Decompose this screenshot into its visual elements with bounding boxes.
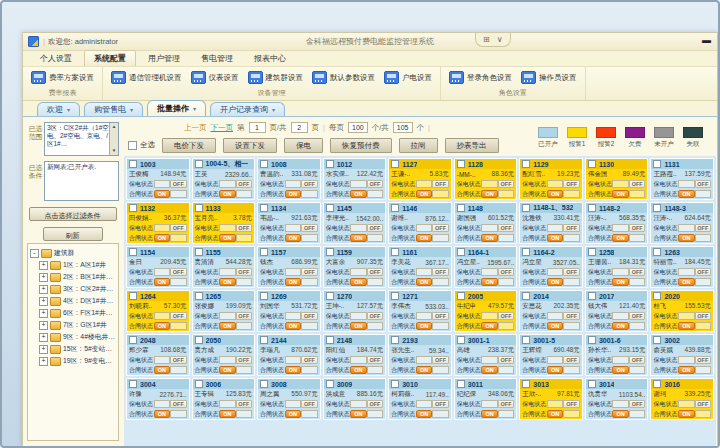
baodian-off-button[interactable]: OFF [432,180,449,188]
hezha-toggle[interactable]: ON [678,322,711,330]
hezha-on-button[interactable]: ON [678,366,695,374]
hezha-toggle[interactable]: ON [285,366,318,374]
hezha-on-button[interactable]: ON [678,278,695,286]
hezha-toggle[interactable]: ON [416,410,449,418]
hezha-toggle[interactable]: ON [678,190,711,198]
hezha-toggle[interactable]: ON [350,234,383,242]
ribbon-button[interactable]: 通信管理机设置 [108,70,185,85]
restore-icon[interactable]: ⊞ [483,35,490,44]
meter-checkbox[interactable] [195,380,203,388]
baodian-off-button[interactable]: OFF [563,400,580,408]
selected-range-listbox[interactable]: 3区：C区2#井（1#空电、2#空电、京电、/区1#… ▲ ▼ [44,122,119,156]
hezha-on-button[interactable]: ON [612,234,629,242]
hezha-on-button[interactable]: ON [547,366,564,374]
baodian-toggle[interactable]: OFF [285,180,318,188]
baodian-toggle[interactable]: OFF [678,224,711,232]
baodian-toggle[interactable]: OFF [481,312,514,320]
hezha-on-button[interactable]: ON [285,410,302,418]
hezha-on-button[interactable]: ON [350,278,367,286]
hezha-toggle[interactable]: ON [154,278,187,286]
menu-item-0[interactable]: 个人设置 [31,51,81,66]
hezha-toggle[interactable]: ON [481,366,514,374]
hezha-toggle[interactable]: ON [612,322,645,330]
baodian-off-button[interactable]: OFF [170,224,187,232]
hezha-on-button[interactable]: ON [547,190,564,198]
hezha-toggle[interactable]: ON [678,234,711,242]
tab-1[interactable]: 购管售电▾ [84,102,143,116]
scroll-down-icon[interactable]: ▼ [112,148,116,154]
meter-checkbox[interactable] [522,248,530,256]
baodian-toggle[interactable]: OFF [219,180,252,188]
baodian-toggle[interactable]: OFF [219,312,252,320]
hezha-on-button[interactable]: ON [547,322,564,330]
baodian-toggle[interactable]: OFF [416,224,449,232]
meter-checkbox[interactable] [653,204,661,212]
minimize-button[interactable]: ▬ [702,35,711,45]
meter-checkbox[interactable] [391,248,399,256]
baodian-off-button[interactable]: OFF [695,268,712,276]
hezha-toggle[interactable]: ON [678,278,711,286]
hezha-on-button[interactable]: ON [219,410,236,418]
baodian-toggle[interactable]: OFF [481,268,514,276]
expander-icon[interactable]: - [30,249,39,258]
baodian-toggle[interactable]: OFF [612,224,645,232]
baodian-toggle[interactable]: OFF [678,312,711,320]
hezha-on-button[interactable]: ON [547,278,564,286]
baodian-off-button[interactable]: OFF [695,400,712,408]
baodian-toggle[interactable]: OFF [678,268,711,276]
baodian-off-button[interactable]: OFF [301,312,318,320]
tree-item-3[interactable]: +4区：D区1#井（D区1… [39,295,117,307]
baodian-off-button[interactable]: OFF [629,268,646,276]
hezha-toggle[interactable]: ON [350,190,383,198]
baodian-off-button[interactable]: OFF [301,268,318,276]
meter-checkbox[interactable] [260,336,268,344]
baodian-off-button[interactable]: OFF [498,268,515,276]
baodian-toggle[interactable]: OFF [547,356,580,364]
meter-checkbox[interactable] [588,160,596,168]
baodian-off-button[interactable]: OFF [170,356,187,364]
baodian-off-button[interactable]: OFF [432,312,449,320]
baodian-off-button[interactable]: OFF [367,268,384,276]
ribbon-button[interactable]: 登录角色设置 [446,70,515,85]
meter-checkbox[interactable] [588,204,596,212]
baodian-toggle[interactable]: OFF [154,180,187,188]
expander-icon[interactable]: + [39,333,48,342]
baodian-off-button[interactable]: OFF [367,180,384,188]
baodian-toggle[interactable]: OFF [154,312,187,320]
hezha-on-button[interactable]: ON [154,366,171,374]
baodian-off-button[interactable]: OFF [563,356,580,364]
hezha-on-button[interactable]: ON [416,190,433,198]
hezha-toggle[interactable]: ON [350,278,383,286]
hezha-toggle[interactable]: ON [154,322,187,330]
meter-checkbox[interactable] [195,160,203,168]
hezha-on-button[interactable]: ON [612,322,629,330]
meter-checkbox[interactable] [326,380,334,388]
hezha-on-button[interactable]: ON [154,410,171,418]
baodian-toggle[interactable]: OFF [416,356,449,364]
meter-checkbox[interactable] [129,336,137,344]
baodian-off-button[interactable]: OFF [563,180,580,188]
meter-checkbox[interactable] [326,248,334,256]
hezha-on-button[interactable]: ON [219,366,236,374]
hezha-toggle[interactable]: ON [219,410,252,418]
baodian-off-button[interactable]: OFF [498,400,515,408]
meter-checkbox[interactable] [129,204,137,212]
hezha-on-button[interactable]: ON [219,190,236,198]
baodian-toggle[interactable]: OFF [285,224,318,232]
hezha-toggle[interactable]: ON [350,322,383,330]
ribbon-button[interactable]: 默认参数设置 [309,70,378,85]
baodian-off-button[interactable]: OFF [170,400,187,408]
baodian-toggle[interactable]: OFF [481,400,514,408]
baodian-off-button[interactable]: OFF [432,356,449,364]
hezha-toggle[interactable]: ON [678,410,711,418]
hezha-on-button[interactable]: ON [678,410,695,418]
hezha-toggle[interactable]: ON [219,278,252,286]
baodian-off-button[interactable]: OFF [301,400,318,408]
baodian-off-button[interactable]: OFF [498,180,515,188]
hezha-on-button[interactable]: ON [678,322,695,330]
baodian-off-button[interactable]: OFF [432,400,449,408]
baodian-toggle[interactable]: OFF [350,400,383,408]
baodian-toggle[interactable]: OFF [219,400,252,408]
baodian-toggle[interactable]: OFF [154,400,187,408]
baodian-off-button[interactable]: OFF [367,400,384,408]
